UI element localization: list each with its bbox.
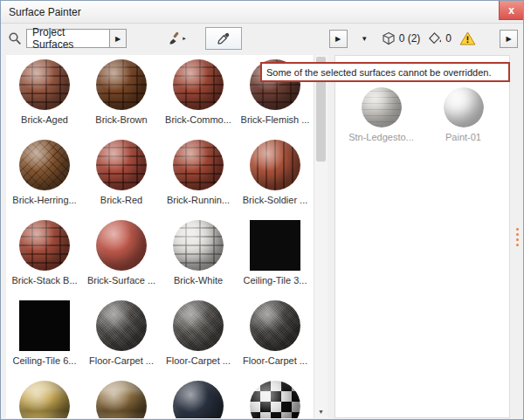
painted-count-label: 0 <box>445 32 452 45</box>
surface-preview-sphere <box>173 59 224 110</box>
surface-thumbnail[interactable]: Brick-Runnin... <box>160 135 237 216</box>
surface-preview-sphere <box>96 300 147 351</box>
surface-thumbnail[interactable]: Brick-Commo... <box>160 55 237 135</box>
surface-grid-panel: Brick-AgedBrick-BrownBrick-Commo...Brick… <box>6 55 314 418</box>
surface-label: Floor-Carpet ... <box>89 355 154 366</box>
surface-preview-sphere <box>96 140 147 190</box>
surface-thumbnail[interactable]: Brick-Herring... <box>6 135 83 216</box>
painted-surfaces-counter: 0 <box>428 31 452 45</box>
surface-preview-sphere <box>19 59 70 110</box>
surface-thumbnail[interactable]: Brick-Stack B... <box>6 216 83 296</box>
eyedropper-button[interactable] <box>205 27 242 50</box>
eyedropper-icon <box>217 31 231 45</box>
surface-filter-combo[interactable]: Project Surfaces ▶ <box>26 29 127 48</box>
surface-preview-sphere <box>250 300 300 351</box>
surface-preview-sphere <box>96 381 147 418</box>
surface-filter-expand-button[interactable]: ▶ <box>110 29 127 48</box>
surface-thumbnail[interactable]: Floor-Carpet ... <box>83 296 160 376</box>
surface-label: Floor-Carpet ... <box>243 355 307 366</box>
paint-bucket-icon <box>428 31 442 45</box>
surface-thumbnail[interactable]: Paint-01 <box>429 87 499 157</box>
title-bar: Surface Painter x <box>1 1 523 24</box>
surface-preview-sphere <box>444 87 484 127</box>
surface-thumbnail[interactable] <box>6 376 83 418</box>
toolbar: Project Surfaces ▶ ▸ ▶ ▼ 0 (2) <box>1 24 523 53</box>
vertical-scrollbar[interactable]: ▼ <box>314 55 328 418</box>
surface-label: Brick-Commo... <box>165 114 231 125</box>
surface-thumbnail[interactable] <box>237 376 314 418</box>
surface-label: Brick-Red <box>100 195 142 205</box>
surface-label: Brick-Brown <box>95 114 147 125</box>
paint-brush-button[interactable]: ▸ <box>162 27 190 50</box>
non-overridable-panel: Stn-Ledgesto...Paint-01 <box>334 55 510 418</box>
surface-thumbnail[interactable]: Brick-Aged <box>6 55 83 135</box>
cube-icon <box>382 31 396 45</box>
surface-label: Brick-Aged <box>21 114 68 125</box>
surface-thumbnail[interactable]: Brick-White <box>160 216 237 296</box>
expand-left-button[interactable]: ▶ <box>329 30 348 48</box>
expand-right-button[interactable]: ▶ <box>500 30 518 48</box>
surface-preview-sphere <box>173 220 224 271</box>
surface-label: Paint-01 <box>445 132 481 142</box>
surface-preview-sphere <box>173 140 224 190</box>
surface-thumbnail[interactable]: Brick-Red <box>83 135 160 216</box>
surface-grid: Brick-AgedBrick-BrownBrick-Commo...Brick… <box>6 55 314 418</box>
paint-brush-icon <box>167 31 181 45</box>
surface-thumbnail[interactable]: Ceiling-Tile 3... <box>237 216 314 296</box>
surface-preview-sphere <box>250 381 300 418</box>
surface-preview-sphere <box>96 59 147 110</box>
surface-thumbnail[interactable]: Brick-Brown <box>83 55 160 135</box>
surface-preview-sphere <box>19 381 70 418</box>
surface-label: Brick-Stack B... <box>11 275 77 286</box>
surface-preview-sphere <box>96 220 147 271</box>
main-content: Brick-AgedBrick-BrownBrick-Commo...Brick… <box>1 53 523 420</box>
warning-icon <box>459 31 476 45</box>
surface-label: Brick-Surface ... <box>87 275 155 286</box>
surface-thumbnail[interactable]: Brick-Surface ... <box>83 216 160 296</box>
surface-preview-sphere <box>19 140 70 190</box>
surface-label: Ceiling-Tile 3... <box>244 275 307 286</box>
surface-thumbnail[interactable]: Floor-Carpet ... <box>237 296 314 376</box>
surface-preview-square <box>19 300 70 351</box>
brush-menu-arrow[interactable]: ▸ <box>183 35 186 42</box>
surface-label: Stn-Ledgesto... <box>348 132 414 142</box>
surface-thumbnail[interactable]: Ceiling-Tile 6... <box>6 296 83 376</box>
surface-thumbnail[interactable] <box>160 376 237 418</box>
surface-thumbnail[interactable]: Brick-Soldier ... <box>237 135 314 216</box>
scroll-down-button[interactable]: ▼ <box>314 404 328 418</box>
non-overridable-list: Stn-Ledgesto...Paint-01 <box>335 87 509 157</box>
search-icon <box>8 31 22 45</box>
surface-preview-square <box>250 220 300 271</box>
surface-preview-sphere <box>173 300 224 351</box>
override-warning-message: Some of the selected surfaces cannot be … <box>260 62 510 82</box>
objects-count-label: 0 (2) <box>399 32 421 45</box>
list-options-chevron[interactable]: ▼ <box>355 30 374 48</box>
surface-filter-value[interactable]: Project Surfaces <box>26 29 110 48</box>
surface-preview-sphere <box>250 140 300 190</box>
surface-thumbnail[interactable] <box>83 376 160 418</box>
surface-preview-sphere <box>362 87 402 127</box>
surface-label: Brick-White <box>174 275 223 286</box>
surface-label: Brick-Soldier ... <box>243 195 308 205</box>
surface-label: Ceiling-Tile 6... <box>13 355 77 366</box>
surface-label: Brick-Runnin... <box>167 195 230 205</box>
surface-label: Brick-Flemish ... <box>241 114 310 125</box>
surface-thumbnail[interactable]: Floor-Carpet ... <box>160 296 237 376</box>
surface-thumbnail[interactable]: Stn-Ledgesto... <box>347 87 417 157</box>
panel-resize-grip[interactable] <box>513 55 521 418</box>
close-button[interactable]: x <box>499 1 523 20</box>
surface-label: Brick-Herring... <box>12 195 76 205</box>
surface-preview-sphere <box>19 220 70 271</box>
window-title: Surface Painter <box>9 6 81 18</box>
surface-label: Floor-Carpet ... <box>166 355 231 366</box>
toolbar-right-group: ▶ ▼ 0 (2) 0 ▶ <box>329 30 518 48</box>
surface-painter-window: Surface Painter x Project Surfaces ▶ ▸ ▶… <box>0 0 524 420</box>
selected-objects-counter: 0 (2) <box>382 31 421 45</box>
surface-preview-sphere <box>173 381 224 418</box>
